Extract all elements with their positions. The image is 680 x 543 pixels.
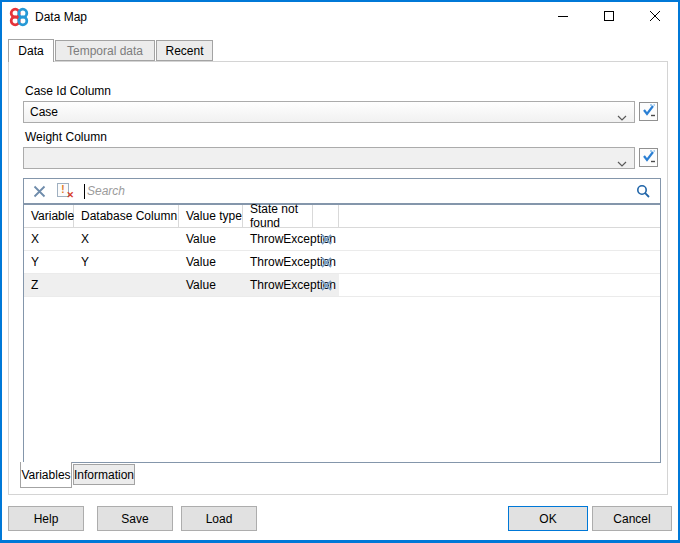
- cell-database-column[interactable]: Y: [74, 251, 179, 273]
- close-icon: [649, 10, 661, 25]
- checklist-icon: [642, 149, 656, 166]
- cell-value-type[interactable]: Value: [179, 251, 243, 273]
- chevron-down-icon: [617, 110, 627, 124]
- delete-row-button[interactable]: [313, 274, 339, 296]
- text-caret: [84, 184, 85, 199]
- tab-recent[interactable]: Recent: [156, 40, 213, 61]
- window-title: Data Map: [35, 10, 87, 24]
- delete-x-icon: [321, 280, 332, 291]
- maximize-icon: [603, 10, 615, 25]
- tab-temporal-data[interactable]: Temporal data: [55, 40, 155, 61]
- table-row[interactable]: X X Value ThrowException: [24, 228, 660, 251]
- app-logo-icon: [9, 7, 29, 27]
- tab-information[interactable]: Information: [73, 464, 135, 485]
- title-bar[interactable]: Data Map: [2, 2, 678, 32]
- search-input[interactable]: Search: [87, 184, 125, 198]
- table-row[interactable]: Y Y Value ThrowException: [24, 251, 660, 274]
- case-id-validate-button[interactable]: [639, 102, 658, 121]
- column-header-value-type[interactable]: Value type: [179, 205, 243, 227]
- maximize-button[interactable]: [586, 2, 632, 32]
- ok-button-label: OK: [539, 512, 556, 526]
- clear-mappings-button[interactable]: [33, 185, 46, 198]
- cell-database-column[interactable]: X: [74, 228, 179, 250]
- load-button[interactable]: Load: [181, 506, 257, 531]
- checklist-icon: [642, 103, 656, 120]
- save-button-label: Save: [121, 512, 148, 526]
- cell-state-not-found[interactable]: ThrowException: [243, 228, 313, 250]
- delete-row-button[interactable]: [313, 251, 339, 273]
- minimize-icon: [557, 10, 569, 25]
- cell-value-type[interactable]: Value: [179, 274, 243, 296]
- data-map-dialog: Data Map Data Temporal data Recent Case …: [0, 0, 680, 543]
- tab-variables[interactable]: Variables: [20, 462, 72, 488]
- tab-temporal-data-label: Temporal data: [67, 44, 143, 58]
- delete-row-button[interactable]: [313, 228, 339, 250]
- ok-button[interactable]: OK: [508, 506, 588, 531]
- case-id-column-combobox[interactable]: Case: [23, 101, 635, 123]
- help-button[interactable]: Help: [8, 506, 84, 531]
- remove-invalid-button[interactable]: ! ✕: [57, 183, 72, 199]
- cell-value-type[interactable]: Value: [179, 228, 243, 250]
- weight-validate-button[interactable]: [639, 148, 658, 167]
- weight-column-combobox[interactable]: [23, 147, 635, 169]
- cell-variable[interactable]: Z: [24, 274, 74, 296]
- variables-table: Variable Database Column Value type Stat…: [23, 204, 661, 463]
- case-id-column-label: Case Id Column: [25, 84, 111, 98]
- cell-variable[interactable]: X: [24, 228, 74, 250]
- cell-state-not-found[interactable]: ThrowException: [243, 274, 313, 296]
- minimize-button[interactable]: [540, 2, 586, 32]
- load-button-label: Load: [206, 512, 233, 526]
- cell-state-not-found[interactable]: ThrowException: [243, 251, 313, 273]
- variables-search-bar: ! ✕ Search: [23, 178, 661, 204]
- cell-variable[interactable]: Y: [24, 251, 74, 273]
- case-id-column-value: Case: [30, 105, 58, 119]
- tab-information-label: Information: [74, 468, 134, 482]
- data-tab-panel: Case Id Column Case Weight Column: [8, 61, 668, 495]
- cell-database-column[interactable]: [74, 274, 179, 296]
- search-icon[interactable]: [636, 184, 651, 202]
- delete-x-icon: [321, 257, 332, 268]
- table-header-row: Variable Database Column Value type Stat…: [24, 205, 660, 228]
- delete-x-icon: [321, 234, 332, 245]
- weight-column-label: Weight Column: [25, 130, 107, 144]
- help-button-label: Help: [34, 512, 59, 526]
- cancel-button-label: Cancel: [613, 512, 650, 526]
- close-button[interactable]: [632, 2, 678, 32]
- save-button[interactable]: Save: [97, 506, 173, 531]
- column-header-state-not-found[interactable]: State not found: [243, 205, 313, 227]
- remove-x-icon: ✕: [66, 191, 74, 200]
- delete-x-icon: [33, 185, 46, 198]
- table-row[interactable]: Z Value ThrowException: [24, 274, 660, 297]
- column-header-actions: [313, 205, 339, 227]
- column-header-variable[interactable]: Variable: [24, 205, 74, 227]
- tab-data[interactable]: Data: [8, 39, 54, 62]
- column-header-database-column[interactable]: Database Column: [74, 205, 179, 227]
- cancel-button[interactable]: Cancel: [592, 506, 672, 531]
- tab-data-label: Data: [18, 44, 43, 58]
- tab-variables-label: Variables: [21, 468, 70, 482]
- chevron-down-icon: [617, 156, 627, 170]
- tab-recent-label: Recent: [165, 44, 203, 58]
